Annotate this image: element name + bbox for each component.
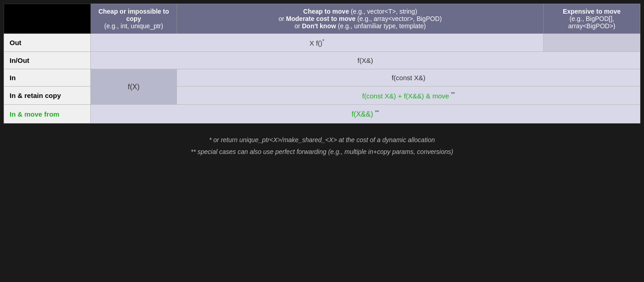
- superscript-out: *: [322, 38, 324, 44]
- cell-out-main: X f()*: [90, 34, 543, 52]
- header-expensive: Expensive to move (e.g., BigPOD[], array…: [543, 4, 640, 34]
- cell-inout-main: f(X&): [90, 52, 640, 69]
- label-out: Out: [4, 34, 91, 52]
- label-movefrom: In & move from: [4, 105, 91, 123]
- cell-in-fx: f(X): [90, 69, 177, 105]
- footer-notes: * or return unique_ptr<X>/make_shared_<X…: [0, 123, 644, 168]
- superscript-movefrom: **: [375, 109, 379, 115]
- header-cheap: Cheap or impossible to copy (e.g., int, …: [90, 4, 177, 34]
- label-in: In: [4, 69, 91, 87]
- label-inout: In/Out: [4, 52, 91, 69]
- footer-note2: ** special cases can also use perfect fo…: [18, 148, 626, 155]
- table-wrapper: Cheap or impossible to copy (e.g., int, …: [0, 0, 644, 123]
- row-movefrom: In & move from f(X&&) **: [4, 105, 640, 123]
- row-inout: In/Out f(X&): [4, 52, 640, 69]
- cell-retain-main: f(const X&) + f(X&&) & move **: [177, 87, 640, 105]
- parameter-passing-table: Cheap or impossible to copy (e.g., int, …: [4, 4, 640, 123]
- header-moderate: Cheap to move (e.g., vector<T>, string) …: [177, 4, 544, 34]
- footer-note1: * or return unique_ptr<X>/make_shared_<X…: [18, 136, 626, 144]
- row-out: Out X f()*: [4, 34, 640, 52]
- cell-in-constref: f(const X&): [177, 69, 640, 87]
- label-retain: In & retain copy: [4, 87, 91, 105]
- main-container: Cheap or impossible to copy (e.g., int, …: [0, 0, 644, 168]
- row-in: In f(X) f(const X&): [4, 69, 640, 87]
- header-empty: [4, 4, 91, 34]
- cell-movefrom-main: f(X&&) **: [90, 105, 640, 123]
- cell-out-expensive: [543, 34, 640, 52]
- header-row: Cheap or impossible to copy (e.g., int, …: [4, 4, 640, 34]
- superscript-retain: **: [451, 91, 455, 97]
